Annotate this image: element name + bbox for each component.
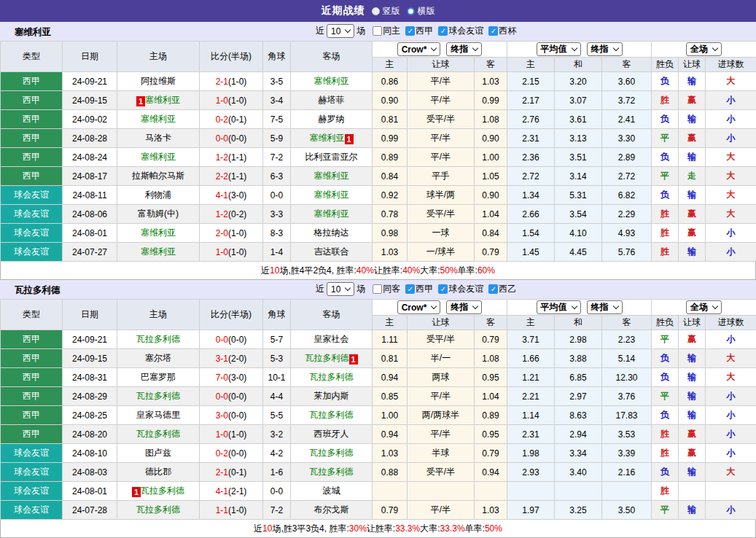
away-team[interactable]: 塞维利亚: [314, 171, 349, 181]
radio-selected-icon[interactable]: [372, 7, 380, 15]
home-team[interactable]: 塞维利亚: [141, 114, 176, 124]
avg-draw: 5.31: [555, 186, 602, 205]
match-type-badge: 球会友谊: [1, 243, 63, 262]
home-team[interactable]: 瓦拉多利德: [136, 334, 180, 344]
away-team[interactable]: 比利亚雷亚尔: [305, 152, 358, 162]
matches-table: 类型日期主场比分(半场)角球客场Crow*终指平均值终指全场主让球客主和客胜负让…: [0, 299, 756, 520]
radio-vertical-label: 竖版: [383, 5, 400, 17]
away-team[interactable]: 瓦拉多利德: [310, 372, 354, 382]
away-team[interactable]: 赫罗纳: [319, 114, 345, 124]
home-team[interactable]: 塞维利亚: [141, 246, 176, 257]
odds-home: 0.94: [373, 425, 408, 444]
final-odds-select-2[interactable]: 终指: [587, 42, 623, 56]
away-team[interactable]: 皇家社会: [314, 334, 349, 344]
away-team[interactable]: 波城: [323, 486, 340, 496]
bookmaker-select[interactable]: Crow*: [397, 300, 441, 314]
away-team[interactable]: 瓦拉多利德: [305, 353, 349, 363]
home-team[interactable]: 利物浦: [145, 190, 171, 200]
radio-unselected-icon[interactable]: [407, 7, 415, 15]
recent-count-select[interactable]: 10: [327, 282, 354, 296]
radio-horizontal-label: 横版: [418, 5, 435, 17]
result-outcome: 胜: [652, 91, 679, 110]
recent-count-select[interactable]: 10: [327, 24, 354, 38]
result-goals: 大: [706, 148, 756, 167]
competition-checkbox-1[interactable]: ✓: [405, 284, 415, 294]
home-team[interactable]: 塞维利亚: [141, 227, 176, 238]
home-team[interactable]: 瓦拉多利德: [136, 429, 180, 439]
bookmaker-select[interactable]: Crow*: [397, 42, 441, 56]
odds-handicap: 半球: [408, 444, 475, 463]
games-label: 场: [356, 25, 365, 37]
home-team[interactable]: 巴塞罗那: [141, 372, 176, 382]
home-team[interactable]: 富勒姆(中): [138, 208, 179, 219]
home-team[interactable]: 塞维利亚: [145, 95, 180, 105]
competition-label-1: 西甲: [416, 283, 433, 295]
away-team[interactable]: 瓦拉多利德: [310, 448, 354, 458]
home-team[interactable]: 塞维利亚: [141, 152, 176, 162]
average-select[interactable]: 平均值: [537, 300, 581, 314]
chevron-down-icon: [612, 303, 618, 309]
away-team[interactable]: 赫塔菲: [319, 95, 345, 105]
home-team[interactable]: 德比郡: [145, 467, 171, 477]
competition-checkbox-3[interactable]: ✓: [488, 26, 498, 36]
same-venue-checkbox[interactable]: [373, 284, 382, 294]
final-odds-select[interactable]: 终指: [446, 300, 482, 314]
full-match-select[interactable]: 全场: [686, 300, 722, 314]
half-time-score: (2-1): [228, 486, 246, 496]
match-score: 1-0(1-0): [200, 243, 263, 262]
away-team[interactable]: 塞维利亚: [310, 133, 345, 143]
home-team[interactable]: 马洛卡: [145, 133, 171, 143]
competition-checkbox-2[interactable]: ✓: [438, 26, 448, 36]
home-team[interactable]: 瓦拉多利德: [136, 504, 180, 515]
result-outcome: 负: [652, 148, 679, 167]
away-team[interactable]: 塞维利亚: [314, 190, 349, 200]
home-team[interactable]: 瓦拉多利德: [136, 391, 180, 401]
away-team[interactable]: 布尔戈斯: [314, 504, 349, 515]
away-team[interactable]: 塞维利亚: [314, 76, 349, 86]
away-team[interactable]: 瓦拉多利德: [310, 467, 354, 477]
summary-text: 让胜率:: [374, 265, 402, 277]
competition-checkbox-2[interactable]: ✓: [438, 284, 448, 294]
same-venue-checkbox[interactable]: [373, 26, 382, 36]
final-odds-select-2[interactable]: 终指: [587, 300, 623, 314]
summary-text: 场,胜4平2负4, 胜率:: [279, 265, 356, 277]
result-outcome: 负: [652, 186, 679, 205]
chevron-down-icon: [431, 45, 437, 51]
final-odds-select[interactable]: 终指: [446, 42, 482, 56]
avg-home: 1.66: [507, 349, 555, 368]
away-team[interactable]: 格拉纳达: [314, 227, 349, 238]
match-score: 2-1(1-0): [200, 72, 263, 91]
result-goals: 大: [706, 463, 756, 482]
match-type-badge: 西甲: [1, 91, 63, 110]
home-team[interactable]: 拉斯帕尔马斯: [132, 171, 184, 181]
average-select[interactable]: 平均值: [537, 42, 581, 56]
same-venue-label: 同主: [383, 25, 400, 37]
corner-count: 5-3: [263, 349, 291, 368]
competition-checkbox-3[interactable]: ✓: [488, 284, 498, 294]
home-team[interactable]: 塞尔塔: [145, 353, 171, 363]
bookmaker-group-header: Crow*终指: [373, 300, 507, 316]
layout-radio-horizontal[interactable]: 横版: [407, 5, 435, 17]
summary-text: 大率:: [420, 265, 440, 277]
home-team[interactable]: 瓦拉多利德: [141, 486, 184, 496]
away-team-cell: 瓦拉多利德: [291, 444, 373, 463]
summary-stat-value: 50%: [440, 265, 458, 276]
home-team[interactable]: 阿拉维斯: [141, 76, 176, 86]
away-team[interactable]: 吉达联合: [314, 246, 349, 257]
away-team[interactable]: 莱加内斯: [314, 391, 349, 401]
home-team[interactable]: 皇家马德里: [136, 410, 180, 420]
avg-draw: 3.07: [555, 91, 602, 110]
home-team[interactable]: 图卢兹: [145, 448, 171, 458]
away-team[interactable]: 西班牙人: [314, 429, 349, 439]
corner-count: 1-4: [263, 243, 291, 262]
away-team[interactable]: 瓦拉多利德: [310, 410, 354, 420]
recent-label: 近: [316, 25, 324, 37]
full-match-select[interactable]: 全场: [686, 42, 722, 56]
away-team[interactable]: 塞维利亚: [314, 208, 349, 219]
competition-checkbox-1[interactable]: ✓: [405, 26, 415, 36]
half-time-score: (1-1): [228, 152, 246, 163]
table-row: 球会友谊24-08-011瓦拉多利德4-1(2-1)0-0波城胜: [1, 482, 756, 501]
competition-label-2: 球会友谊: [448, 283, 483, 295]
layout-radio-vertical[interactable]: 竖版: [372, 5, 400, 17]
result-handicap: 输: [679, 387, 706, 406]
